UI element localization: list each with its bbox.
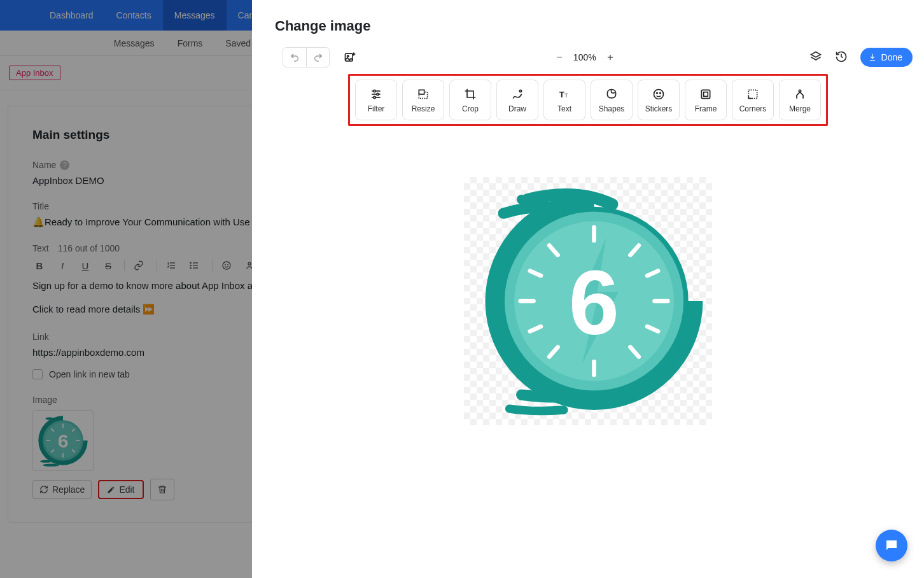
svg-point-50 xyxy=(660,92,661,94)
tool-stickers[interactable]: Stickers xyxy=(638,80,680,120)
svg-point-10 xyxy=(225,264,226,265)
zoom-level: 100% xyxy=(573,52,596,62)
tool-frame[interactable]: Frame xyxy=(685,80,727,120)
svg-point-7 xyxy=(190,265,191,265)
crop-icon xyxy=(463,87,477,101)
italic-button[interactable]: I xyxy=(55,260,69,271)
filter-icon xyxy=(369,87,383,101)
zoom-out-button[interactable] xyxy=(553,51,566,64)
layers-icon[interactable] xyxy=(809,50,823,64)
replace-button[interactable]: Replace xyxy=(32,480,92,499)
tool-resize[interactable]: Resize xyxy=(402,80,444,120)
svg-point-30 xyxy=(347,55,349,57)
svg-point-48 xyxy=(654,89,664,99)
tool-crop[interactable]: Crop xyxy=(449,80,491,120)
history-icon[interactable] xyxy=(835,50,849,64)
subnav-saved[interactable]: Saved xyxy=(220,38,256,48)
text-label: Text xyxy=(32,243,49,253)
svg-rect-44 xyxy=(419,90,424,94)
done-button[interactable]: Done xyxy=(860,48,913,67)
redo-button[interactable] xyxy=(306,48,329,67)
image-editor-panel: Change image 100% xyxy=(252,0,924,578)
chat-fab[interactable] xyxy=(876,530,907,561)
bold-button[interactable]: B xyxy=(32,260,46,271)
clock-image: 6 xyxy=(467,180,709,422)
tool-row: Filter Resize Crop Draw TT Text xyxy=(348,74,828,126)
svg-rect-53 xyxy=(748,90,757,98)
editor-toolbar: 100% Done xyxy=(252,41,924,74)
add-image-button[interactable] xyxy=(340,47,360,67)
svg-point-41 xyxy=(377,93,379,95)
svg-point-45 xyxy=(519,90,521,92)
svg-text:T: T xyxy=(559,90,564,99)
svg-point-8 xyxy=(190,267,191,268)
zoom-control: 100% xyxy=(553,51,617,64)
text-counter: 116 out of 1000 xyxy=(58,243,120,253)
tool-text[interactable]: TT Text xyxy=(543,80,585,120)
svg-point-54 xyxy=(799,90,801,92)
undo-button[interactable] xyxy=(283,48,306,67)
tool-corners[interactable]: Corners xyxy=(732,80,774,120)
ul-button[interactable] xyxy=(189,260,203,271)
subnav-forms[interactable]: Forms xyxy=(172,38,208,48)
editor-title: Change image xyxy=(252,0,924,41)
emoji-button[interactable] xyxy=(221,260,235,271)
edit-button[interactable]: Edit xyxy=(98,480,143,499)
merge-icon xyxy=(793,87,807,101)
subnav-messages[interactable]: Messages xyxy=(109,38,160,48)
svg-point-49 xyxy=(657,92,658,94)
svg-marker-36 xyxy=(811,52,820,57)
svg-text:6: 6 xyxy=(569,252,619,353)
delete-button[interactable] xyxy=(150,479,174,500)
help-icon[interactable]: ? xyxy=(60,160,69,170)
svg-rect-52 xyxy=(704,92,708,96)
strike-button[interactable]: S xyxy=(101,260,115,271)
stickers-icon xyxy=(652,87,666,101)
svg-point-11 xyxy=(228,264,228,265)
ol-button[interactable] xyxy=(166,260,180,271)
draw-icon xyxy=(510,87,524,101)
nav-contacts[interactable]: Contacts xyxy=(105,0,163,31)
corners-icon xyxy=(746,87,760,101)
tool-draw[interactable]: Draw xyxy=(496,80,538,120)
link-button[interactable] xyxy=(134,260,148,271)
open-new-tab-checkbox[interactable] xyxy=(32,369,43,379)
svg-point-42 xyxy=(374,96,375,98)
app-inbox-chip[interactable]: App Inbox xyxy=(9,66,60,80)
nav-messages[interactable]: Messages xyxy=(163,0,227,31)
image-thumbnail[interactable]: 6 xyxy=(32,410,94,471)
svg-rect-51 xyxy=(701,90,710,98)
svg-point-12 xyxy=(248,262,251,265)
open-new-tab-label: Open link in new tab xyxy=(49,369,130,379)
svg-point-6 xyxy=(190,262,191,263)
tool-merge[interactable]: Merge xyxy=(779,80,821,120)
nav-dashboard[interactable]: Dashboard xyxy=(38,0,105,31)
resize-icon xyxy=(416,87,430,101)
svg-point-40 xyxy=(374,90,375,92)
svg-text:T: T xyxy=(564,92,568,99)
text-icon: TT xyxy=(557,87,571,101)
undo-redo-group xyxy=(283,47,330,67)
editor-canvas[interactable]: 6 xyxy=(252,126,924,578)
zoom-in-button[interactable] xyxy=(604,51,617,64)
tool-shapes[interactable]: Shapes xyxy=(591,80,633,120)
svg-point-9 xyxy=(223,262,230,269)
canvas-checker: 6 xyxy=(464,177,712,425)
shapes-icon xyxy=(605,87,619,101)
underline-button[interactable]: U xyxy=(78,260,92,271)
tool-filter[interactable]: Filter xyxy=(355,80,397,120)
svg-text:6: 6 xyxy=(58,430,69,451)
frame-icon xyxy=(699,87,713,101)
